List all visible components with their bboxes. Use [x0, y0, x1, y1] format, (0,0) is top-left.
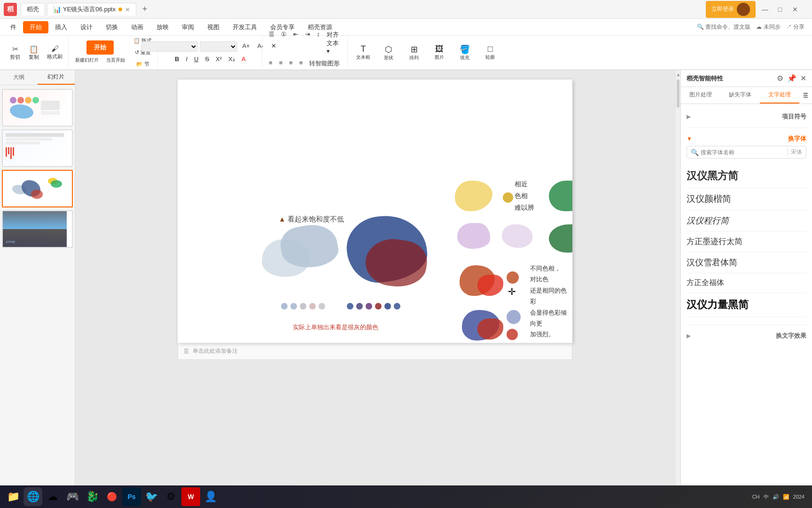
ribbon-tab-animation[interactable]: 动画	[125, 21, 150, 33]
add-tab-button[interactable]: +	[138, 3, 151, 16]
font-size-select[interactable]	[200, 41, 237, 52]
font-item-fangzheng[interactable]: 方正墨迹行太简	[687, 231, 806, 252]
ribbon-tab-review[interactable]: 审阅	[175, 21, 201, 33]
ribbon-tab-transition[interactable]: 切换	[99, 21, 125, 33]
font-item-fangzheng-quan[interactable]: 方正全福体	[687, 273, 806, 293]
taskbar-app1-icon[interactable]: 🐉	[83, 487, 102, 506]
minimize-button[interactable]: —	[759, 4, 771, 15]
input-method-ch[interactable]: CH	[752, 494, 760, 500]
slide-thumbnail-2[interactable]	[2, 129, 73, 167]
ribbon-tab-slideshow[interactable]: 放映	[150, 21, 175, 33]
outline-tab[interactable]: 大纲	[0, 70, 38, 85]
ribbon-tab-insert[interactable]: 插入	[48, 21, 74, 33]
login-button[interactable]: 立即登录	[706, 1, 756, 18]
copy-button[interactable]: 📋复制	[25, 43, 42, 62]
font-item-hanyi-xue[interactable]: 汉仪雪君体简	[687, 252, 806, 273]
shape-button[interactable]: ⬡形状	[377, 39, 400, 67]
slide-thumbnail-4[interactable]: 文字内容	[2, 210, 73, 248]
taskbar-bird-icon[interactable]: 🐦	[142, 487, 161, 506]
settings-icon[interactable]: ⚙	[777, 74, 783, 83]
new-slide-button[interactable]: 新建幻灯片	[72, 56, 102, 65]
ribbon-tab-design[interactable]: 设计	[74, 21, 99, 33]
taskbar-browser-icon[interactable]: 🌐	[23, 487, 42, 506]
section-button[interactable]: 📂 节	[131, 59, 155, 69]
scroll-thumb[interactable]	[677, 79, 679, 108]
blob-yellow	[455, 181, 492, 211]
font-item-hanyi-round[interactable]: 汉仪颜楷简	[687, 188, 806, 210]
line-spacing-button[interactable]: ↕	[314, 30, 323, 56]
volume-icon[interactable]: 🔊	[773, 494, 779, 500]
start-here-button[interactable]: 当页开始	[103, 56, 128, 65]
ribbon-tab-view[interactable]: 视图	[201, 21, 226, 33]
tab-text-processing[interactable]: 文字处理	[760, 87, 799, 103]
slide-thumbnail-1[interactable]	[2, 89, 73, 127]
tab-image-processing[interactable]: 图片处理	[681, 87, 720, 103]
taskbar-user-icon[interactable]: 👤	[201, 487, 220, 506]
font-color-button[interactable]: A	[239, 55, 249, 64]
strikethrough-button[interactable]: S	[202, 55, 212, 64]
cut-button[interactable]: ✂剪切	[7, 43, 23, 62]
bold-button[interactable]: B	[172, 55, 182, 64]
taskbar-app2-icon[interactable]: 🔴	[102, 487, 121, 506]
taskbar-cloud-icon[interactable]: ☁	[43, 487, 62, 506]
input-method-cn[interactable]: 中	[764, 493, 769, 500]
slide-thumbnail-3[interactable]	[2, 170, 73, 207]
font-family-select[interactable]	[141, 41, 198, 52]
tab-menu-icon[interactable]: ☰	[799, 87, 812, 103]
divider-1	[687, 127, 806, 128]
tab-file[interactable]: 📊 YE镜头语言06.pptx ✕	[47, 3, 136, 16]
slide-thumb-image-3	[3, 171, 67, 206]
fill-button[interactable]: 🪣填充	[453, 39, 476, 67]
numbering-button[interactable]: ①	[278, 30, 289, 56]
clipboard-group: ✂剪切 📋复制 🖌格式刷	[4, 38, 69, 68]
arrange-button[interactable]: ⊞排列	[402, 39, 426, 67]
slide-thumb-image-4: 文字内容	[3, 211, 67, 247]
font-item-hanyi-power[interactable]: 汉仪力量黑简	[687, 293, 806, 317]
start-presentation-button[interactable]: 开始	[86, 40, 114, 55]
slides-tab[interactable]: 幻灯片	[38, 70, 75, 85]
superscript-button[interactable]: X²	[213, 55, 225, 64]
picture-button[interactable]: 🖼图片	[428, 39, 451, 67]
italic-button[interactable]: I	[183, 55, 190, 64]
tab-missing-font[interactable]: 缺失字体	[720, 87, 760, 103]
close-panel-icon[interactable]: ✕	[800, 74, 806, 83]
tab-close-icon[interactable]: ✕	[125, 6, 130, 13]
notes-placeholder[interactable]: 单击此处添加备注	[193, 347, 238, 355]
section-bullets[interactable]: ▶ 项目符号	[687, 110, 806, 124]
text-align-button[interactable]: 对齐文本▾	[324, 30, 345, 56]
format-painter-button[interactable]: 🖌格式刷	[44, 43, 65, 62]
pin-icon[interactable]: 📌	[787, 74, 796, 83]
font-search-container: 🔍 宋体	[687, 146, 806, 159]
blob-grayblue-2	[261, 238, 311, 279]
vertical-scrollbar[interactable]: ▲ ▼	[675, 70, 680, 508]
taskbar-game-icon[interactable]: 🎮	[63, 487, 82, 506]
section-text-effect[interactable]: ▶ 换文字效果	[687, 329, 806, 343]
underline-button[interactable]: U	[191, 55, 201, 64]
taskbar-settings-icon[interactable]: ⚙	[162, 487, 180, 506]
close-button[interactable]: ✕	[789, 4, 801, 15]
taskbar-ps-icon[interactable]: Ps	[122, 487, 141, 506]
thumbnails-list: 1	[0, 85, 75, 491]
maximize-button[interactable]: □	[774, 4, 786, 15]
indent-less-button[interactable]: ⇤	[290, 30, 301, 56]
taskbar-wps-icon[interactable]: W	[181, 487, 200, 506]
ribbon-tab-file[interactable]: 件	[4, 21, 23, 33]
share-btn[interactable]: ↗ 分享	[786, 23, 804, 31]
textbox-button[interactable]: T文本框	[351, 39, 375, 67]
ribbon-tab-start[interactable]: 开始	[23, 21, 48, 33]
font-size-up-button[interactable]: A+	[239, 41, 252, 52]
font-search-input[interactable]	[701, 149, 786, 156]
ribbon-tab-dev[interactable]: 开发工具	[226, 21, 264, 33]
tab-app[interactable]: 稻壳	[21, 3, 45, 16]
search-commands[interactable]: 🔍 查找命令、渡文版	[697, 23, 750, 31]
bullets-button[interactable]: ☰	[266, 30, 277, 56]
outline-button[interactable]: □轮廓	[478, 39, 502, 67]
font-item-hanyi-cheng[interactable]: 汉仪程行简	[687, 210, 806, 231]
font-item-hanyi-black[interactable]: 汉仪黑方简	[687, 164, 806, 188]
network-icon[interactable]: 📶	[783, 494, 789, 500]
subscript-button[interactable]: X₂	[226, 55, 238, 64]
taskbar-explorer-icon[interactable]: 📁	[4, 487, 23, 506]
slide-canvas[interactable]: ▲看起来饱和度不低 实际上单独出来看是很灰的颜色 相近色相难以辨	[178, 79, 572, 343]
section-font-swap[interactable]: ▼ 换字体	[687, 132, 806, 146]
indent-more-button[interactable]: ⇥	[302, 30, 313, 56]
